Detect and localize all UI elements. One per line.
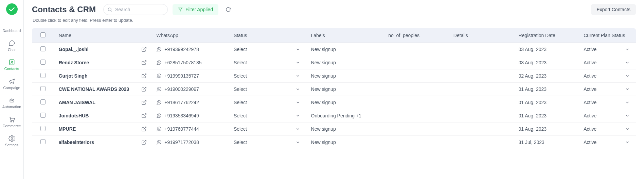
cell-peoples[interactable] xyxy=(383,43,449,56)
cell-details[interactable] xyxy=(449,43,514,56)
open-external-icon[interactable] xyxy=(141,113,147,118)
cell-status[interactable]: Select xyxy=(229,136,306,149)
cell-name[interactable]: alfabeeinteriors xyxy=(54,136,152,149)
cell-details[interactable] xyxy=(449,69,514,83)
cell-plan-status[interactable]: Active xyxy=(579,69,636,83)
cell-labels[interactable]: New signup xyxy=(306,69,384,83)
cell-name[interactable]: AMAN JAISWAL xyxy=(54,96,152,109)
cell-plan-status[interactable]: Active xyxy=(579,56,636,69)
sidebar-item-chat[interactable]: Chat xyxy=(0,37,23,54)
cell-whatsapp[interactable]: +919999135727 xyxy=(151,69,229,83)
cell-plan-status[interactable]: Active xyxy=(579,109,636,123)
cell-whatsapp[interactable]: +919000229097 xyxy=(151,83,229,96)
cell-status[interactable]: Select xyxy=(229,83,306,96)
sidebar-item-dashboard[interactable]: Dashboard xyxy=(0,18,23,35)
col-labels[interactable]: Labels xyxy=(306,28,384,43)
cell-plan-status[interactable]: Active xyxy=(579,123,636,136)
cell-labels[interactable]: New signup xyxy=(306,43,384,56)
sidebar-item-commerce[interactable]: Commerce xyxy=(0,113,23,130)
filter-applied-button[interactable]: Filter Applied xyxy=(173,4,218,15)
cell-status[interactable]: Select xyxy=(229,43,306,56)
cell-registration-date[interactable]: 01 Aug, 2023 xyxy=(514,96,579,109)
cell-registration-date[interactable]: 03 Aug, 2023 xyxy=(514,43,579,56)
cell-details[interactable] xyxy=(449,96,514,109)
cell-whatsapp[interactable]: +919399242978 xyxy=(151,43,229,56)
sidebar-item-automation[interactable]: Automation xyxy=(0,94,23,111)
cell-details[interactable] xyxy=(449,109,514,123)
open-external-icon[interactable] xyxy=(141,47,147,52)
cell-registration-date[interactable]: 02 Aug, 2023 xyxy=(514,69,579,83)
row-checkbox[interactable] xyxy=(40,113,46,118)
cell-name[interactable]: Gurjot Singh xyxy=(54,69,152,83)
cell-labels[interactable]: New signup xyxy=(306,83,384,96)
refresh-button[interactable] xyxy=(223,4,233,15)
cell-name[interactable]: JoindotsHUB xyxy=(54,109,152,123)
cell-details[interactable] xyxy=(449,56,514,69)
select-all-checkbox[interactable] xyxy=(40,32,46,37)
cell-plan-status[interactable]: Active xyxy=(579,136,636,149)
cell-name[interactable]: MPURE xyxy=(54,123,152,136)
cell-labels[interactable]: New signup xyxy=(306,96,384,109)
cell-registration-date[interactable]: 01 Aug, 2023 xyxy=(514,83,579,96)
cell-name[interactable]: Gopal._.joshi xyxy=(54,43,152,56)
col-status[interactable]: Status xyxy=(229,28,306,43)
sidebar-item-settings[interactable]: Settings xyxy=(0,132,23,149)
cell-labels[interactable]: Onboarding Pending +1 xyxy=(306,109,384,123)
cell-whatsapp[interactable]: +919760777444 xyxy=(151,123,229,136)
cell-status[interactable]: Select xyxy=(229,69,306,83)
open-external-icon[interactable] xyxy=(141,140,147,145)
open-external-icon[interactable] xyxy=(141,60,147,65)
cell-status[interactable]: Select xyxy=(229,56,306,69)
sidebar-item-contacts[interactable]: Contacts xyxy=(0,56,23,73)
cell-whatsapp[interactable]: +919971772038 xyxy=(151,136,229,149)
cell-registration-date[interactable]: 03 Aug, 2023 xyxy=(514,56,579,69)
row-checkbox[interactable] xyxy=(40,99,46,104)
cell-whatsapp[interactable]: +6285175078135 xyxy=(151,56,229,69)
cell-peoples[interactable] xyxy=(383,123,449,136)
open-external-icon[interactable] xyxy=(141,126,147,132)
cell-plan-status[interactable]: Active xyxy=(579,96,636,109)
cell-name[interactable]: Rendz Storee xyxy=(54,56,152,69)
cell-labels[interactable]: New signup xyxy=(306,123,384,136)
open-external-icon[interactable] xyxy=(141,100,147,105)
sidebar-item-campaign[interactable]: Campaign xyxy=(0,75,23,92)
row-checkbox[interactable] xyxy=(40,139,46,144)
cell-peoples[interactable] xyxy=(383,83,449,96)
cell-whatsapp[interactable]: +919353346949 xyxy=(151,109,229,123)
col-whatsapp[interactable]: WhatsApp xyxy=(151,28,229,43)
col-plan-status[interactable]: Current Plan Status xyxy=(579,28,636,43)
cell-registration-date[interactable]: 01 Aug, 2023 xyxy=(514,123,579,136)
cell-status[interactable]: Select xyxy=(229,96,306,109)
open-external-icon[interactable] xyxy=(141,73,147,79)
cell-details[interactable] xyxy=(449,123,514,136)
cell-peoples[interactable] xyxy=(383,96,449,109)
cell-registration-date[interactable]: 31 Jul, 2023 xyxy=(514,136,579,149)
cell-peoples[interactable] xyxy=(383,56,449,69)
cell-status[interactable]: Select xyxy=(229,109,306,123)
cell-labels[interactable]: New signup xyxy=(306,56,384,69)
cell-peoples[interactable] xyxy=(383,136,449,149)
col-registration-date[interactable]: Registration Date xyxy=(514,28,579,43)
col-name[interactable]: Name xyxy=(54,28,152,43)
cell-labels[interactable]: New signup xyxy=(306,136,384,149)
cell-details[interactable] xyxy=(449,83,514,96)
open-external-icon[interactable] xyxy=(141,86,147,92)
search-input[interactable] xyxy=(103,4,168,15)
col-no-of-peoples[interactable]: no_of_peoples xyxy=(383,28,449,43)
cell-plan-status[interactable]: Active xyxy=(579,43,636,56)
cell-registration-date[interactable]: 01 Aug, 2023 xyxy=(514,109,579,123)
row-checkbox[interactable] xyxy=(40,46,46,51)
cell-peoples[interactable] xyxy=(383,69,449,83)
row-checkbox[interactable] xyxy=(40,126,46,131)
cell-plan-status[interactable]: Active xyxy=(579,83,636,96)
cell-status[interactable]: Select xyxy=(229,123,306,136)
export-contacts-button[interactable]: Export Contacts xyxy=(591,4,636,15)
cell-peoples[interactable] xyxy=(383,109,449,123)
row-checkbox[interactable] xyxy=(40,86,46,91)
row-checkbox[interactable] xyxy=(40,60,46,65)
cell-whatsapp[interactable]: +918617762242 xyxy=(151,96,229,109)
col-details[interactable]: Details xyxy=(449,28,514,43)
cell-details[interactable] xyxy=(449,136,514,149)
row-checkbox[interactable] xyxy=(40,73,46,78)
cell-name[interactable]: CWE NATIONAL AWARDS 2023 xyxy=(54,83,152,96)
